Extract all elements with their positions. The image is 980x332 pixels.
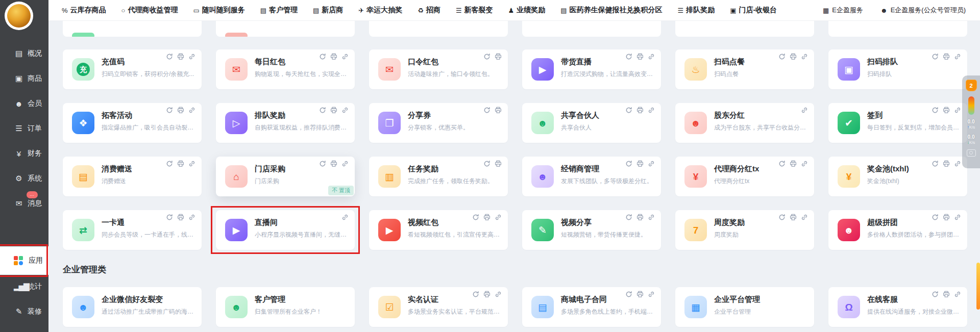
top-nav-item[interactable]: ○代理商收益管理 (121, 6, 178, 15)
link-icon[interactable] (341, 214, 349, 221)
partial-card[interactable] (675, 20, 814, 37)
app-card[interactable]: ✎ 视频分享 短视频营销，带货传播更便捷。 (522, 210, 661, 250)
partial-card[interactable] (369, 20, 508, 37)
sidebar-item-应用[interactable]: 应用 (0, 246, 48, 275)
app-card[interactable]: ☻ 超级拼团 多价格人数拼团活动，参与拼团优... (828, 210, 967, 250)
refresh-icon[interactable] (166, 214, 173, 221)
print-icon[interactable] (943, 214, 950, 221)
sidebar-item-装修[interactable]: ✎装修 (0, 303, 48, 320)
account-menu-item[interactable]: ▦E企盈服务 (823, 6, 863, 15)
top-nav-item[interactable]: ▭随叫随到服务 (193, 6, 244, 15)
link-icon[interactable] (648, 107, 655, 114)
link-icon[interactable] (188, 214, 195, 221)
app-card[interactable]: ☑ 实名认证 多场景业务实名认证，平台规范化... (369, 287, 508, 327)
refresh-icon[interactable] (483, 107, 491, 114)
print-icon[interactable] (790, 160, 797, 167)
app-card[interactable]: Ω 在线客服 提供在线沟通服务，对接企业微信... (828, 287, 967, 327)
account-menu-item[interactable]: ☻E企盈服务(公众号管理员) (880, 6, 966, 15)
link-icon[interactable] (801, 160, 808, 167)
print-icon[interactable] (483, 291, 491, 298)
app-card[interactable]: ❖ 拓客活动 指定爆品推广，吸引会员自动裂变。 (63, 103, 202, 143)
top-nav-item[interactable]: ☰新客裂变 (456, 6, 493, 15)
brand-logo[interactable] (5, 2, 33, 30)
print-icon[interactable] (330, 53, 337, 60)
refresh-icon[interactable] (932, 107, 939, 114)
partial-card[interactable] (216, 20, 355, 37)
app-card[interactable]: ⌂ 门店采购 门店采购 不 置顶 (216, 157, 355, 196)
partial-card[interactable] (522, 20, 661, 37)
print-icon[interactable] (483, 214, 491, 221)
screenshot-camera-icon[interactable] (967, 149, 976, 157)
app-card[interactable]: ¥ 奖金池(txhl) 奖金池(txhl) (828, 157, 967, 196)
app-card[interactable]: ⇄ 一卡通 同步会员等级，一卡通在手，线上... (63, 210, 202, 250)
refresh-icon[interactable] (472, 291, 479, 298)
refresh-icon[interactable] (932, 53, 939, 60)
link-icon[interactable] (648, 291, 655, 298)
app-card[interactable]: ▷ 排队奖励 自购获返现权益，推荐排队消费获... (216, 103, 355, 143)
link-icon[interactable] (648, 160, 655, 167)
print-icon[interactable] (495, 160, 502, 167)
sidebar-item-订单[interactable]: ☰订单 (0, 120, 48, 137)
print-icon[interactable] (636, 160, 644, 167)
link-icon[interactable] (954, 53, 961, 60)
app-card[interactable]: ✉ 每日红包 购物返现，每天抢红包，实现全额... (216, 49, 355, 89)
app-card[interactable]: ☻ 共享合伙人 共享合伙人 (522, 103, 661, 143)
refresh-icon[interactable] (166, 107, 173, 114)
sidebar-item-概况[interactable]: ▤概况 (0, 45, 48, 62)
app-card[interactable]: ¥ 代理商分红tx 代理商分红tx (675, 157, 814, 196)
app-card[interactable]: ▦ 企业平台管理 企业平台管理 (675, 287, 814, 327)
link-icon[interactable] (188, 107, 195, 114)
refresh-icon[interactable] (932, 291, 939, 298)
print-icon[interactable] (790, 53, 797, 60)
refresh-icon[interactable] (932, 160, 939, 167)
link-icon[interactable] (801, 214, 808, 221)
link-icon[interactable] (495, 214, 502, 221)
print-icon[interactable] (177, 107, 184, 114)
top-nav-item[interactable]: ▣门店-收银台 (730, 6, 777, 15)
app-card[interactable]: 充 充值码 扫码立即锁客，获得积分/余额充... (63, 49, 202, 89)
app-card[interactable]: ♨ 扫码点餐 扫码点餐 (675, 49, 814, 89)
print-icon[interactable] (177, 214, 184, 221)
refresh-icon[interactable] (319, 160, 326, 167)
print-icon[interactable] (330, 160, 337, 167)
link-icon[interactable] (188, 160, 195, 167)
print-icon[interactable] (636, 291, 644, 298)
top-nav-item[interactable]: %云库存商品 (62, 6, 106, 15)
top-nav-item[interactable]: ▤客户管理 (260, 6, 298, 15)
top-nav-item[interactable]: ▤医药养生保健报社兑换积分区 (560, 6, 662, 15)
sidebar-item-消息[interactable]: ✉消息… (0, 195, 48, 212)
sidebar-item-财务[interactable]: ¥财务 (0, 145, 48, 162)
print-icon[interactable] (177, 53, 184, 60)
app-card[interactable]: ▤ 消费赠送 消费赠送 (63, 157, 202, 196)
refresh-icon[interactable] (932, 214, 939, 221)
refresh-icon[interactable] (166, 53, 173, 60)
sidebar-item-系统[interactable]: ⚙系统 (0, 170, 48, 187)
app-card[interactable]: ☻ 客户管理 归集管理所有企业客户！ (216, 287, 355, 327)
net-speed-widget[interactable]: 2 0.0 ↑K/s 0.0 ↓K/s (962, 75, 980, 168)
top-nav-item[interactable]: ♻招商 (418, 6, 440, 15)
refresh-icon[interactable] (625, 214, 632, 221)
link-icon[interactable] (648, 214, 655, 221)
link-icon[interactable] (341, 53, 349, 60)
print-icon[interactable] (495, 107, 502, 114)
refresh-icon[interactable] (625, 53, 632, 60)
print-icon[interactable] (790, 214, 797, 221)
print-icon[interactable] (943, 160, 950, 167)
refresh-icon[interactable] (319, 107, 326, 114)
top-nav-item[interactable]: ♟业绩奖励 (508, 6, 546, 15)
top-nav-item[interactable]: ✈幸运大抽奖 (358, 6, 402, 15)
app-card[interactable]: ☻ 企业微信好友裂变 通过活动推广生成带推广码的海报... (63, 287, 202, 327)
refresh-icon[interactable] (483, 53, 491, 60)
sidebar-item-统计[interactable]: ▂▅▇统计 (0, 278, 48, 295)
link-icon[interactable] (648, 53, 655, 60)
sidebar-item-会员[interactable]: ☻会员 (0, 95, 48, 112)
link-icon[interactable] (954, 160, 961, 167)
link-icon[interactable] (801, 53, 808, 60)
app-card[interactable]: 7 周度奖励 周度奖励 (675, 210, 814, 250)
link-icon[interactable] (495, 291, 502, 298)
app-card[interactable]: ☻ 经销商管理 发展下线团队，多等级极差分红。 (522, 157, 661, 196)
link-icon[interactable] (341, 107, 349, 114)
app-card[interactable]: ▶ 直播间 小程序显示视频号直播间，无缝对... (216, 210, 355, 250)
print-icon[interactable] (636, 53, 644, 60)
print-icon[interactable] (636, 214, 644, 221)
